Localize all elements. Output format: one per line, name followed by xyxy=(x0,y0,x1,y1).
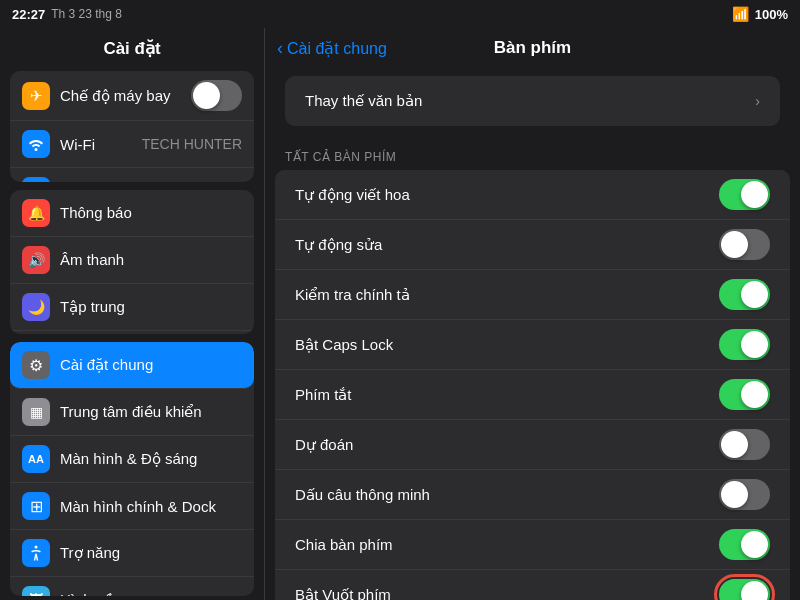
accessibility-label: Trợ năng xyxy=(60,544,242,562)
toggle-shortcuts[interactable] xyxy=(719,379,770,410)
settings-row-autocap[interactable]: Tự động viết hoa xyxy=(275,170,790,220)
settings-row-swipetype[interactable]: Bật Vuốt phím xyxy=(275,570,790,600)
controlcenter-label: Trung tâm điều khiển xyxy=(60,403,242,421)
main-container: Cài đặt ✈ Chế độ máy bay Wi-Fi TECH HUNT… xyxy=(0,28,800,600)
toggle-swipetype[interactable] xyxy=(719,579,770,600)
toggle-splitkeyboard[interactable] xyxy=(719,529,770,560)
sidebar-item-wifi[interactable]: Wi-Fi TECH HUNTER xyxy=(10,121,254,168)
settings-label-autocorrect: Tự động sửa xyxy=(295,236,719,254)
sidebar-item-display[interactable]: AA Màn hình & Độ sáng xyxy=(10,436,254,483)
settings-row-capslock[interactable]: Bật Caps Lock xyxy=(275,320,790,370)
toggle-autocorrect[interactable] xyxy=(719,229,770,260)
settings-label-splitkeyboard: Chia bàn phím xyxy=(295,536,719,553)
text-replacement-label: Thay thế văn bản xyxy=(305,92,755,110)
sidebar-item-bluetooth[interactable]: ⌀ Bluetooth Tắt xyxy=(10,168,254,182)
back-label: Cài đặt chung xyxy=(287,39,387,58)
sidebar-item-homescreen[interactable]: ⊞ Màn hình chính & Dock xyxy=(10,483,254,530)
battery-level: 100% xyxy=(755,7,788,22)
wifi-label: Wi-Fi xyxy=(60,136,142,153)
notifications-icon: 🔔 xyxy=(22,199,50,227)
sidebar-item-notifications[interactable]: 🔔 Thông báo xyxy=(10,190,254,237)
settings-label-capslock: Bật Caps Lock xyxy=(295,336,719,354)
wifi-value: TECH HUNTER xyxy=(142,136,242,152)
homescreen-icon: ⊞ xyxy=(22,492,50,520)
time: 22:27 xyxy=(12,7,45,22)
notifications-label: Thông báo xyxy=(60,204,242,221)
settings-label-smartpunct: Dấu câu thông minh xyxy=(295,486,719,504)
general-label: Cài đặt chung xyxy=(60,356,242,374)
text-replacement-row[interactable]: Thay thế văn bản › xyxy=(285,76,780,126)
toggle-capslock[interactable] xyxy=(719,329,770,360)
status-right: 📶 100% xyxy=(732,6,788,22)
back-button[interactable]: ‹ Cài đặt chung xyxy=(277,38,387,59)
sidebar-section-connectivity: ✈ Chế độ máy bay Wi-Fi TECH HUNTER ⌀ Blu… xyxy=(10,71,254,182)
homescreen-label: Màn hình chính & Dock xyxy=(60,498,242,515)
text-replacement-group: Thay thế văn bản › xyxy=(285,76,780,126)
sounds-label: Âm thanh xyxy=(60,251,242,268)
toggle-prediction[interactable] xyxy=(719,429,770,460)
wifi-icon xyxy=(22,130,50,158)
sidebar-item-sounds[interactable]: 🔊 Âm thanh xyxy=(10,237,254,284)
keyboard-settings-group: Tự động viết hoaTự động sửaKiểm tra chín… xyxy=(275,170,790,600)
sidebar-item-airplane[interactable]: ✈ Chế độ máy bay xyxy=(10,71,254,121)
bluetooth-icon: ⌀ xyxy=(22,177,50,182)
right-panel-title: Bàn phím xyxy=(494,38,571,58)
settings-row-prediction[interactable]: Dự đoán xyxy=(275,420,790,470)
sidebar-title: Cài đặt xyxy=(0,28,264,67)
wallpaper-icon: 🖼 xyxy=(22,586,50,596)
settings-label-shortcuts: Phím tắt xyxy=(295,386,719,404)
airplane-toggle[interactable] xyxy=(191,80,242,111)
general-icon: ⚙ xyxy=(22,351,50,379)
right-header: ‹ Cài đặt chung Bàn phím xyxy=(265,28,800,66)
sidebar-item-wallpaper[interactable]: 🖼 Hình nền xyxy=(10,577,254,596)
sidebar-item-accessibility[interactable]: Trợ năng xyxy=(10,530,254,577)
svg-point-0 xyxy=(35,546,38,549)
toggle-smartpunct[interactable] xyxy=(719,479,770,510)
controlcenter-icon: ▦ xyxy=(22,398,50,426)
toggle-spellcheck[interactable] xyxy=(719,279,770,310)
settings-label-prediction: Dự đoán xyxy=(295,436,719,454)
sidebar-item-general[interactable]: ⚙ Cài đặt chung xyxy=(10,342,254,389)
airplane-label: Chế độ máy bay xyxy=(60,87,191,105)
sidebar-item-screentime[interactable]: ⏱ Thời gian sử dụng xyxy=(10,331,254,335)
status-left: 22:27 Th 3 23 thg 8 xyxy=(12,7,122,22)
accessibility-icon xyxy=(22,539,50,567)
sounds-icon: 🔊 xyxy=(22,246,50,274)
settings-label-swipetype: Bật Vuốt phím xyxy=(295,586,719,601)
wifi-icon: 📶 xyxy=(732,6,749,22)
date: Th 3 23 thg 8 xyxy=(51,7,122,21)
settings-row-splitkeyboard[interactable]: Chia bàn phím xyxy=(275,520,790,570)
wallpaper-label: Hình nền xyxy=(60,591,242,596)
settings-row-autocorrect[interactable]: Tự động sửa xyxy=(275,220,790,270)
sidebar-section-middle: 🔔 Thông báo 🔊 Âm thanh 🌙 Tập trung ⏱ Thờ… xyxy=(10,190,254,335)
settings-label-autocap: Tự động viết hoa xyxy=(295,186,719,204)
settings-row-smartpunct[interactable]: Dấu câu thông minh xyxy=(275,470,790,520)
display-icon: AA xyxy=(22,445,50,473)
all-keyboards-header: TẤT CẢ BÀN PHÍM xyxy=(265,136,800,170)
right-panel: ‹ Cài đặt chung Bàn phím Thay thế văn bả… xyxy=(265,28,800,600)
status-bar: 22:27 Th 3 23 thg 8 📶 100% xyxy=(0,0,800,28)
settings-row-spellcheck[interactable]: Kiểm tra chính tả xyxy=(275,270,790,320)
display-label: Màn hình & Độ sáng xyxy=(60,450,242,468)
toggle-autocap[interactable] xyxy=(719,179,770,210)
settings-row-shortcuts[interactable]: Phím tắt xyxy=(275,370,790,420)
focus-icon: 🌙 xyxy=(22,293,50,321)
sidebar-item-focus[interactable]: 🌙 Tập trung xyxy=(10,284,254,331)
sidebar: Cài đặt ✈ Chế độ máy bay Wi-Fi TECH HUNT… xyxy=(0,28,265,600)
right-content: Thay thế văn bản › TẤT CẢ BÀN PHÍM Tự độ… xyxy=(265,66,800,600)
text-replacement-chevron-icon: › xyxy=(755,93,760,109)
focus-label: Tập trung xyxy=(60,298,242,316)
back-chevron-icon: ‹ xyxy=(277,38,283,59)
sidebar-section-bottom: ⚙ Cài đặt chung ▦ Trung tâm điều khiển A… xyxy=(10,342,254,596)
settings-label-spellcheck: Kiểm tra chính tả xyxy=(295,286,719,304)
sidebar-item-controlcenter[interactable]: ▦ Trung tâm điều khiển xyxy=(10,389,254,436)
airplane-icon: ✈ xyxy=(22,82,50,110)
